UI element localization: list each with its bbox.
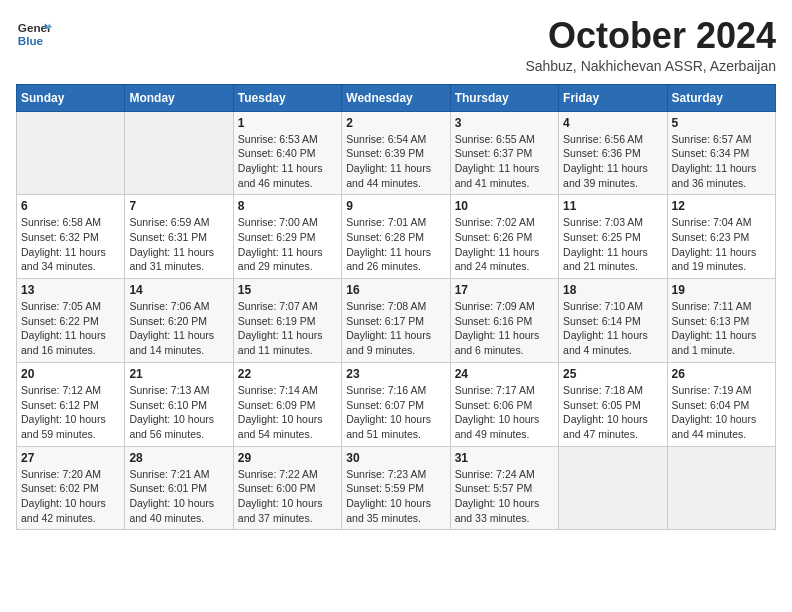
day-info: Sunrise: 6:59 AM Sunset: 6:31 PM Dayligh… <box>129 215 228 274</box>
calendar-cell: 9Sunrise: 7:01 AM Sunset: 6:28 PM Daylig… <box>342 195 450 279</box>
month-title: October 2024 <box>525 16 776 56</box>
day-number: 24 <box>455 367 554 381</box>
calendar-header: SundayMondayTuesdayWednesdayThursdayFrid… <box>17 84 776 111</box>
day-info: Sunrise: 6:58 AM Sunset: 6:32 PM Dayligh… <box>21 215 120 274</box>
day-number: 1 <box>238 116 337 130</box>
calendar-cell: 21Sunrise: 7:13 AM Sunset: 6:10 PM Dayli… <box>125 362 233 446</box>
calendar-cell: 14Sunrise: 7:06 AM Sunset: 6:20 PM Dayli… <box>125 279 233 363</box>
logo: General Blue <box>16 16 52 52</box>
calendar-week-1: 1Sunrise: 6:53 AM Sunset: 6:40 PM Daylig… <box>17 111 776 195</box>
calendar-cell <box>125 111 233 195</box>
calendar-week-5: 27Sunrise: 7:20 AM Sunset: 6:02 PM Dayli… <box>17 446 776 530</box>
day-number: 7 <box>129 199 228 213</box>
calendar-cell: 5Sunrise: 6:57 AM Sunset: 6:34 PM Daylig… <box>667 111 775 195</box>
calendar-body: 1Sunrise: 6:53 AM Sunset: 6:40 PM Daylig… <box>17 111 776 530</box>
calendar-week-4: 20Sunrise: 7:12 AM Sunset: 6:12 PM Dayli… <box>17 362 776 446</box>
calendar-cell: 22Sunrise: 7:14 AM Sunset: 6:09 PM Dayli… <box>233 362 341 446</box>
calendar-cell: 23Sunrise: 7:16 AM Sunset: 6:07 PM Dayli… <box>342 362 450 446</box>
calendar-cell: 7Sunrise: 6:59 AM Sunset: 6:31 PM Daylig… <box>125 195 233 279</box>
calendar-cell <box>667 446 775 530</box>
day-number: 22 <box>238 367 337 381</box>
header-cell-saturday: Saturday <box>667 84 775 111</box>
day-number: 29 <box>238 451 337 465</box>
calendar-cell: 29Sunrise: 7:22 AM Sunset: 6:00 PM Dayli… <box>233 446 341 530</box>
day-info: Sunrise: 7:01 AM Sunset: 6:28 PM Dayligh… <box>346 215 445 274</box>
day-info: Sunrise: 7:19 AM Sunset: 6:04 PM Dayligh… <box>672 383 771 442</box>
day-info: Sunrise: 7:00 AM Sunset: 6:29 PM Dayligh… <box>238 215 337 274</box>
day-info: Sunrise: 7:09 AM Sunset: 6:16 PM Dayligh… <box>455 299 554 358</box>
calendar-cell: 3Sunrise: 6:55 AM Sunset: 6:37 PM Daylig… <box>450 111 558 195</box>
day-number: 10 <box>455 199 554 213</box>
calendar-table: SundayMondayTuesdayWednesdayThursdayFrid… <box>16 84 776 531</box>
calendar-cell: 16Sunrise: 7:08 AM Sunset: 6:17 PM Dayli… <box>342 279 450 363</box>
day-number: 15 <box>238 283 337 297</box>
svg-text:Blue: Blue <box>18 34 44 47</box>
calendar-cell: 4Sunrise: 6:56 AM Sunset: 6:36 PM Daylig… <box>559 111 667 195</box>
day-info: Sunrise: 7:13 AM Sunset: 6:10 PM Dayligh… <box>129 383 228 442</box>
day-info: Sunrise: 7:18 AM Sunset: 6:05 PM Dayligh… <box>563 383 662 442</box>
day-number: 30 <box>346 451 445 465</box>
day-info: Sunrise: 7:05 AM Sunset: 6:22 PM Dayligh… <box>21 299 120 358</box>
calendar-cell: 10Sunrise: 7:02 AM Sunset: 6:26 PM Dayli… <box>450 195 558 279</box>
day-number: 18 <box>563 283 662 297</box>
day-number: 12 <box>672 199 771 213</box>
day-info: Sunrise: 7:08 AM Sunset: 6:17 PM Dayligh… <box>346 299 445 358</box>
location-subtitle: Sahbuz, Nakhichevan ASSR, Azerbaijan <box>525 58 776 74</box>
header-row: SundayMondayTuesdayWednesdayThursdayFrid… <box>17 84 776 111</box>
day-info: Sunrise: 7:16 AM Sunset: 6:07 PM Dayligh… <box>346 383 445 442</box>
day-info: Sunrise: 7:04 AM Sunset: 6:23 PM Dayligh… <box>672 215 771 274</box>
day-info: Sunrise: 7:06 AM Sunset: 6:20 PM Dayligh… <box>129 299 228 358</box>
calendar-cell: 11Sunrise: 7:03 AM Sunset: 6:25 PM Dayli… <box>559 195 667 279</box>
day-info: Sunrise: 7:22 AM Sunset: 6:00 PM Dayligh… <box>238 467 337 526</box>
day-number: 27 <box>21 451 120 465</box>
day-info: Sunrise: 7:23 AM Sunset: 5:59 PM Dayligh… <box>346 467 445 526</box>
day-info: Sunrise: 7:17 AM Sunset: 6:06 PM Dayligh… <box>455 383 554 442</box>
calendar-week-3: 13Sunrise: 7:05 AM Sunset: 6:22 PM Dayli… <box>17 279 776 363</box>
calendar-cell: 28Sunrise: 7:21 AM Sunset: 6:01 PM Dayli… <box>125 446 233 530</box>
day-info: Sunrise: 7:03 AM Sunset: 6:25 PM Dayligh… <box>563 215 662 274</box>
calendar-cell: 26Sunrise: 7:19 AM Sunset: 6:04 PM Dayli… <box>667 362 775 446</box>
header-cell-wednesday: Wednesday <box>342 84 450 111</box>
day-number: 19 <box>672 283 771 297</box>
calendar-cell: 8Sunrise: 7:00 AM Sunset: 6:29 PM Daylig… <box>233 195 341 279</box>
day-number: 16 <box>346 283 445 297</box>
calendar-cell: 18Sunrise: 7:10 AM Sunset: 6:14 PM Dayli… <box>559 279 667 363</box>
day-info: Sunrise: 7:14 AM Sunset: 6:09 PM Dayligh… <box>238 383 337 442</box>
day-number: 25 <box>563 367 662 381</box>
day-number: 31 <box>455 451 554 465</box>
day-info: Sunrise: 7:12 AM Sunset: 6:12 PM Dayligh… <box>21 383 120 442</box>
calendar-cell: 17Sunrise: 7:09 AM Sunset: 6:16 PM Dayli… <box>450 279 558 363</box>
day-number: 14 <box>129 283 228 297</box>
calendar-cell: 25Sunrise: 7:18 AM Sunset: 6:05 PM Dayli… <box>559 362 667 446</box>
calendar-cell: 27Sunrise: 7:20 AM Sunset: 6:02 PM Dayli… <box>17 446 125 530</box>
day-info: Sunrise: 7:24 AM Sunset: 5:57 PM Dayligh… <box>455 467 554 526</box>
calendar-cell: 31Sunrise: 7:24 AM Sunset: 5:57 PM Dayli… <box>450 446 558 530</box>
day-number: 17 <box>455 283 554 297</box>
calendar-cell: 24Sunrise: 7:17 AM Sunset: 6:06 PM Dayli… <box>450 362 558 446</box>
logo-icon: General Blue <box>16 16 52 52</box>
header-cell-tuesday: Tuesday <box>233 84 341 111</box>
header-cell-thursday: Thursday <box>450 84 558 111</box>
header-cell-sunday: Sunday <box>17 84 125 111</box>
day-number: 2 <box>346 116 445 130</box>
day-number: 9 <box>346 199 445 213</box>
calendar-cell: 1Sunrise: 6:53 AM Sunset: 6:40 PM Daylig… <box>233 111 341 195</box>
day-number: 23 <box>346 367 445 381</box>
calendar-cell: 20Sunrise: 7:12 AM Sunset: 6:12 PM Dayli… <box>17 362 125 446</box>
calendar-cell <box>17 111 125 195</box>
title-block: October 2024 Sahbuz, Nakhichevan ASSR, A… <box>525 16 776 74</box>
day-info: Sunrise: 7:02 AM Sunset: 6:26 PM Dayligh… <box>455 215 554 274</box>
calendar-cell: 6Sunrise: 6:58 AM Sunset: 6:32 PM Daylig… <box>17 195 125 279</box>
calendar-cell: 15Sunrise: 7:07 AM Sunset: 6:19 PM Dayli… <box>233 279 341 363</box>
header-cell-monday: Monday <box>125 84 233 111</box>
day-number: 21 <box>129 367 228 381</box>
day-number: 6 <box>21 199 120 213</box>
day-info: Sunrise: 7:07 AM Sunset: 6:19 PM Dayligh… <box>238 299 337 358</box>
day-info: Sunrise: 6:54 AM Sunset: 6:39 PM Dayligh… <box>346 132 445 191</box>
header-cell-friday: Friday <box>559 84 667 111</box>
day-info: Sunrise: 6:55 AM Sunset: 6:37 PM Dayligh… <box>455 132 554 191</box>
day-number: 4 <box>563 116 662 130</box>
calendar-week-2: 6Sunrise: 6:58 AM Sunset: 6:32 PM Daylig… <box>17 195 776 279</box>
day-number: 26 <box>672 367 771 381</box>
calendar-cell <box>559 446 667 530</box>
